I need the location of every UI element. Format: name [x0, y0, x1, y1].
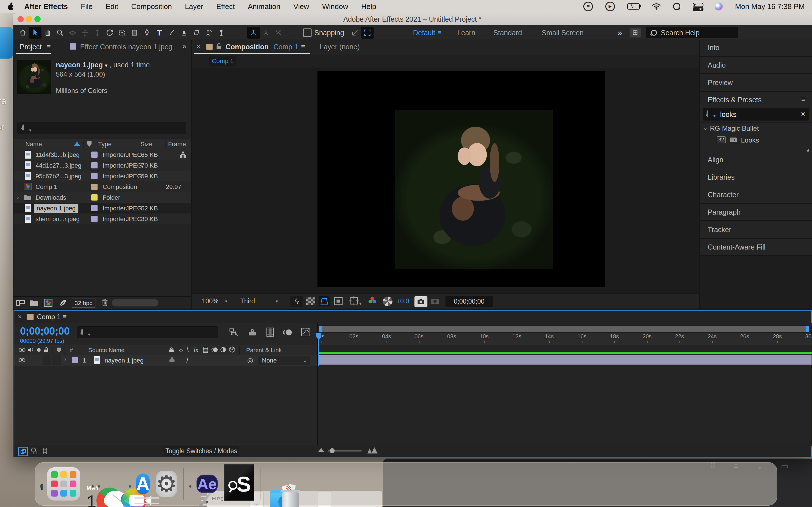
panel-menu-icon[interactable]: ≡	[47, 43, 51, 51]
close-tab-icon[interactable]: ×	[18, 313, 22, 321]
battery-icon[interactable]: ϟ	[627, 3, 640, 10]
work-area-end-handle[interactable]	[806, 326, 809, 332]
tab-composition[interactable]: Composition	[225, 43, 269, 51]
play-circle-icon[interactable]: ▶	[605, 2, 615, 11]
video-eye-icon[interactable]	[18, 348, 26, 352]
panel-content-aware-fill[interactable]: Content-Aware Fill	[700, 239, 812, 255]
panel-character[interactable]: Character	[700, 186, 812, 203]
snapshot-camera-icon[interactable]	[414, 296, 427, 307]
lock-icon[interactable]	[44, 347, 49, 353]
switch-3d-icon[interactable]	[229, 346, 235, 353]
frame-blending-icon[interactable]	[266, 328, 274, 337]
layer-quality-toggle[interactable]: /	[186, 356, 188, 364]
current-timecode[interactable]: 0;00;00;00	[20, 325, 70, 337]
dolly-camera-tool-icon[interactable]	[91, 27, 103, 39]
pan-camera-tool-icon[interactable]	[79, 27, 91, 39]
menu-effect[interactable]: Effect	[216, 2, 235, 11]
hand-tool-icon[interactable]	[42, 27, 54, 39]
brush-tool-icon[interactable]	[165, 27, 178, 39]
table-row[interactable]: Comp 1 Composition 29.97	[13, 181, 191, 192]
desktop-folder-icon[interactable]	[0, 27, 13, 59]
table-header[interactable]: Name Type Size Frame Ra...	[13, 138, 191, 150]
mask-visibility-icon[interactable]	[319, 296, 330, 306]
tab-project[interactable]: Project	[20, 43, 42, 51]
composition-mini-flowchart-icon[interactable]	[229, 328, 239, 337]
panel-effects-presets-title[interactable]: Effects & Presets	[708, 96, 762, 104]
graph-editor-icon[interactable]	[301, 328, 310, 337]
zoom-in-mountains-icon[interactable]	[367, 447, 377, 455]
window-titlebar[interactable]: Adobe After Effects 2021 – Untitled Proj…	[13, 13, 812, 25]
layer-columns-header[interactable]: # Source Name ☼ \ fx Parent & Link	[14, 345, 317, 355]
tab-effect-controls[interactable]: Effect Controls nayeon 1.jpeg	[80, 43, 172, 51]
comp-viewer-subtab[interactable]: Comp 1	[209, 56, 236, 66]
shy-layers-icon[interactable]	[248, 328, 257, 337]
siri-icon[interactable]	[715, 3, 723, 10]
layer-shy-toggle[interactable]	[169, 357, 175, 362]
layer-expand-chevron[interactable]: ›	[64, 356, 66, 363]
spotlight-icon[interactable]	[673, 3, 680, 10]
effects-preset-row[interactable]: 32 Looks	[700, 134, 812, 146]
playhead[interactable]	[318, 333, 319, 366]
rotation-tool-icon[interactable]	[103, 27, 116, 39]
tab-overflow-chevron[interactable]: »	[182, 42, 187, 51]
dock-after-effects-icon[interactable]: Ae	[197, 468, 218, 500]
workspace-tab-standard[interactable]: Standard	[493, 29, 522, 37]
layer-eye-icon[interactable]	[18, 358, 26, 362]
exposure-value[interactable]: +0.0	[396, 297, 409, 305]
region-of-interest-icon[interactable]	[334, 297, 343, 305]
type-tool-icon[interactable]: T	[153, 27, 165, 39]
workspace-tab-learn[interactable]: Learn	[457, 29, 475, 37]
menu-window[interactable]: Window	[322, 2, 348, 11]
table-row[interactable]: 44d1c27...3.jpeg ImporterJPEG 70 KB	[13, 160, 191, 171]
panel-paragraph[interactable]: Paragraph	[700, 204, 812, 220]
project-item-name[interactable]: nayeon 1.jpeg	[56, 61, 103, 69]
audio-speaker-icon[interactable]	[28, 347, 34, 353]
project-search-field[interactable]: ▾	[17, 122, 186, 134]
interpret-footage-icon[interactable]	[16, 299, 25, 307]
column-source-name[interactable]: Source Name	[88, 347, 124, 353]
switch-motion-blur-icon[interactable]	[211, 347, 218, 353]
eraser-tool-icon[interactable]	[190, 27, 203, 39]
timeline-zoom-slider[interactable]	[328, 450, 362, 452]
switch-quality-icon[interactable]: \	[187, 346, 189, 354]
view-axis-mode-icon[interactable]	[272, 27, 285, 39]
snap-bounds-icon[interactable]	[361, 27, 373, 39]
table-row[interactable]: › Downloads Folder	[13, 192, 191, 203]
menu-composition[interactable]: Composition	[131, 2, 172, 11]
switch-frame-blend-icon[interactable]	[203, 347, 208, 353]
menu-help[interactable]: Help	[361, 2, 376, 11]
bpc-button[interactable]: 32 bpc	[71, 298, 96, 307]
switch-adjustment-icon[interactable]	[220, 347, 226, 353]
expand-layer-switches-icon[interactable]	[18, 447, 28, 456]
column-type[interactable]: Type	[98, 140, 112, 148]
panel-info[interactable]: Info	[700, 40, 812, 56]
snapping-checkbox[interactable]	[303, 29, 312, 37]
new-folder-icon[interactable]	[30, 299, 38, 306]
workspace-overflow-chevron[interactable]: »	[617, 28, 622, 38]
switch-shy-icon[interactable]	[168, 347, 174, 353]
selection-tool-icon[interactable]	[29, 27, 42, 39]
trash-icon[interactable]	[101, 298, 108, 306]
dock-system-preferences-icon[interactable]: ⚙	[156, 467, 177, 501]
show-snapshot-icon[interactable]	[431, 297, 439, 304]
local-axis-mode-icon[interactable]	[247, 27, 260, 39]
home-icon[interactable]	[17, 27, 29, 39]
transparency-grid-icon[interactable]	[306, 297, 315, 305]
layer-label-color[interactable]	[72, 357, 78, 363]
panel-libraries[interactable]: Libraries	[700, 169, 812, 185]
dock-minimized-window-thumbnail[interactable]: S	[224, 464, 254, 501]
resolution-dropdown[interactable]: Third	[240, 297, 255, 305]
clone-stamp-tool-icon[interactable]	[178, 27, 190, 39]
zoom-tool-icon[interactable]	[54, 27, 66, 39]
menu-edit[interactable]: Edit	[106, 2, 118, 11]
tab-composition-comp-name[interactable]: Comp 1	[273, 43, 298, 51]
close-tab-icon[interactable]: ×	[196, 42, 200, 51]
table-row[interactable]: 11d4f3b...b.jpeg ImporterJPEG 65 KB	[13, 149, 191, 160]
timeline-tab-comp[interactable]: Comp 1	[37, 313, 61, 321]
column-parent-link[interactable]: Parent & Link	[246, 347, 282, 353]
layer-source-name[interactable]: nayeon 1.jpeg	[105, 357, 144, 364]
column-size[interactable]: Size	[140, 140, 153, 148]
column-layer-number[interactable]: #	[70, 347, 73, 353]
work-area-bar[interactable]	[319, 325, 809, 333]
table-row[interactable]: shem on...r.jpeg ImporterJPEG 30 KB	[13, 214, 191, 224]
